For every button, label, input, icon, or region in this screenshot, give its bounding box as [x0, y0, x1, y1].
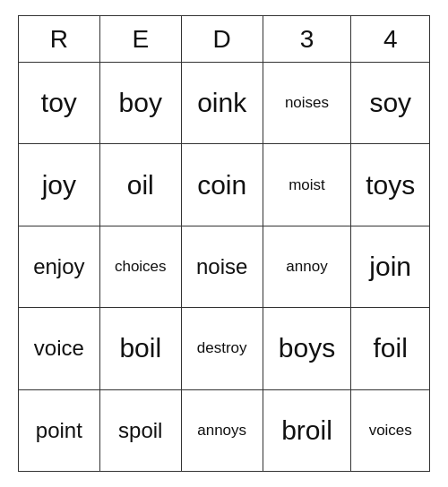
- cell-0-2: oink: [181, 63, 263, 144]
- header-row: RED34: [19, 16, 430, 63]
- header-col-r: R: [19, 16, 100, 63]
- table-row-0: toyboyoinknoisessoy: [19, 63, 430, 144]
- cell-3-3: boys: [263, 308, 351, 389]
- cell-1-2: coin: [181, 144, 263, 226]
- cell-3-1: boil: [99, 308, 181, 389]
- header-col-3: 3: [263, 16, 351, 63]
- cell-2-3: annoy: [263, 226, 351, 307]
- cell-1-0: joy: [19, 144, 100, 226]
- cell-1-1: oil: [99, 144, 181, 226]
- cell-1-3: moist: [263, 144, 351, 226]
- table-row-4: pointspoilannoysbroilvoices: [19, 389, 430, 471]
- cell-4-3: broil: [263, 389, 351, 471]
- cell-0-4: soy: [351, 63, 430, 144]
- cell-2-1: choices: [99, 226, 181, 307]
- cell-2-4: join: [351, 226, 430, 307]
- cell-2-0: enjoy: [19, 226, 100, 307]
- bingo-table: RED34 toyboyoinknoisessoyjoyoilcoinmoist…: [18, 15, 430, 472]
- header-col-d: D: [181, 16, 263, 63]
- cell-3-4: foil: [351, 308, 430, 389]
- cell-2-2: noise: [181, 226, 263, 307]
- cell-4-2: annoys: [181, 389, 263, 471]
- header-col-e: E: [99, 16, 181, 63]
- cell-3-2: destroy: [181, 308, 263, 389]
- cell-3-0: voice: [19, 308, 100, 389]
- cell-0-0: toy: [19, 63, 100, 144]
- cell-4-4: voices: [351, 389, 430, 471]
- cell-4-0: point: [19, 389, 100, 471]
- table-row-2: enjoychoicesnoiseannoyjoin: [19, 226, 430, 307]
- cell-4-1: spoil: [99, 389, 181, 471]
- cell-1-4: toys: [351, 144, 430, 226]
- table-row-3: voiceboildestroyboysfoil: [19, 308, 430, 389]
- cell-0-1: boy: [99, 63, 181, 144]
- bingo-card: RED34 toyboyoinknoisessoyjoyoilcoinmoist…: [18, 15, 430, 472]
- table-row-1: joyoilcoinmoisttoys: [19, 144, 430, 226]
- header-col-4: 4: [351, 16, 430, 63]
- cell-0-3: noises: [263, 63, 351, 144]
